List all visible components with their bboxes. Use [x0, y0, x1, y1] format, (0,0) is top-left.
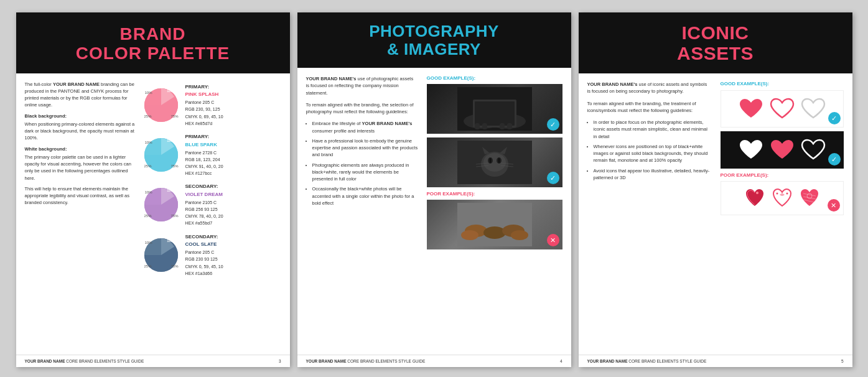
color-info-slate: SECONDARY: COOL SLATE Pantone 205 C RGB …: [185, 233, 223, 277]
page3-title: ICONIC ASSETS: [591, 22, 840, 63]
check-badge-dark: ✓: [828, 153, 841, 165]
icons-poor-box: ✕: [721, 181, 844, 215]
page-brand-color: BRAND COLOR PALETTE The full-color YOUR …: [16, 12, 290, 367]
page2-header: PHOTOGRAPHY & IMAGERY: [297, 12, 571, 68]
pie-label-75-blue: 75%: [170, 164, 178, 168]
check-icon-1: ✓: [547, 118, 559, 131]
page3-footer-text: YOUR BRAND NAME CORE BRAND ELEMENTS STYL…: [587, 359, 707, 363]
svg-point-30: [461, 230, 478, 240]
icons-good-box-wrap: ✓: [721, 90, 844, 128]
check-badge-icons-good: ✓: [828, 112, 841, 124]
pie-label-75-slate: 75%: [170, 264, 178, 268]
color-row-slate: 10% 25% 75% 100% SECONDARY: COOL SLATE P…: [143, 233, 281, 277]
page1-text: The full-color YOUR BRAND NAME branding …: [25, 81, 137, 277]
heart-light-icon: [801, 98, 826, 120]
svg-point-15: [483, 153, 506, 172]
color-row-blue: 10% 25% 75% 100% PRIMARY: BLUE SPARK Pan…: [143, 133, 281, 177]
pie-label-10-slate: 10%: [145, 241, 152, 244]
page3-content: YOUR BRAND NAME's use of iconic assets a…: [579, 73, 852, 223]
page2-footer: YOUR BRAND NAME CORE BRAND ELEMENTS STYL…: [297, 355, 571, 367]
page3-page-number: 5: [841, 359, 844, 363]
page1-content: The full-color YOUR BRAND NAME branding …: [16, 73, 290, 284]
svg-rect-10: [482, 123, 487, 129]
page3-right: GOOD EXAMPLE(S):: [721, 81, 844, 215]
photo-block-good2: ✓: [427, 137, 562, 187]
pie-pink: 10% 25% 75% 100%: [143, 87, 179, 123]
svg-point-19: [498, 158, 500, 163]
page1-colors: 10% 25% 75% 100% PRIMARY: PINK SPLASH Pa…: [143, 81, 281, 277]
color-row-violet: 10% 25% 75% 100% SECONDARY: VIOLET DREAM…: [143, 183, 281, 226]
icons-dark-box: [721, 131, 844, 169]
poor-examples-label: POOR EXAMPLE(S):: [427, 191, 562, 197]
ornate-heart-icon: [771, 187, 793, 210]
svg-point-33: [776, 192, 778, 194]
page1-title: BRAND COLOR PALETTE: [29, 25, 278, 63]
heart-white-icon: [739, 139, 763, 161]
x-badge-poor: ✕: [828, 199, 840, 212]
pie-label-10-violet: 10%: [145, 190, 152, 194]
page2-content: YOUR BRAND NAME's use of photographic as…: [297, 68, 571, 261]
color-row-pink: 10% 25% 75% 100% PRIMARY: PINK SPLASH Pa…: [143, 83, 281, 127]
heart-pink-icon: [739, 98, 763, 120]
svg-rect-12: [507, 123, 512, 129]
icons-good-label: GOOD EXAMPLE(S):: [721, 81, 844, 86]
pie-label-25-slate: 25%: [144, 264, 152, 268]
complex-heart-icon: [744, 187, 766, 210]
pie-label-25-blue: 25%: [144, 164, 152, 168]
pie-label-25-violet: 25%: [144, 214, 152, 218]
svg-rect-9: [475, 123, 480, 129]
color-info-blue: PRIMARY: BLUE SPARK Pantone 2728 C RGB 1…: [185, 133, 223, 177]
icons-poor-label: POOR EXAMPLE(S):: [721, 172, 844, 178]
page3-footer: YOUR BRAND NAME CORE BRAND ELEMENTS STYL…: [579, 355, 852, 367]
svg-rect-8: [475, 101, 515, 126]
patterned-heart-icon: [798, 187, 821, 210]
page2-right: GOOD EXAMPLE(S):: [427, 75, 562, 253]
icons-good-box: [721, 90, 844, 128]
color-info-pink: PRIMARY: PINK SPLASH Pantone 205 C RGB 2…: [185, 83, 223, 127]
pie-label-75: 75%: [170, 114, 178, 118]
page1-footer-text: YOUR BRAND NAME CORE BRAND ELEMENTS STYL…: [25, 359, 144, 363]
pages-container: BRAND COLOR PALETTE The full-color YOUR …: [16, 12, 852, 367]
heart-outline-icon: [770, 98, 795, 120]
heart-white-outline-icon: [801, 139, 826, 161]
page1-page-number: 3: [279, 359, 281, 363]
good-examples-label: GOOD EXAMPLE(S):: [427, 75, 562, 81]
pie-label-75-violet: 75%: [170, 214, 178, 218]
page2-title: PHOTOGRAPHY & IMAGERY: [310, 22, 559, 58]
pie-blue: 10% 25% 75% 100%: [143, 137, 179, 173]
svg-point-32: [756, 192, 758, 194]
page3-header: ICONIC ASSETS: [579, 12, 852, 73]
page1-header: BRAND COLOR PALETTE: [16, 12, 290, 73]
check-icon-2: ✓: [547, 172, 559, 184]
heart-pink-dark-icon: [770, 139, 795, 161]
page2-page-number: 4: [560, 359, 562, 363]
svg-point-31: [511, 230, 528, 240]
svg-rect-11: [500, 123, 505, 129]
color-info-violet: SECONDARY: VIOLET DREAM Pantone 2105 C R…: [185, 183, 223, 226]
icons-dark-box-wrap: ✓: [721, 131, 844, 169]
page3-left: YOUR BRAND NAME's use of iconic assets a…: [587, 81, 712, 215]
pie-slate: 10% 25% 75% 100%: [143, 237, 179, 273]
page-iconic: ICONIC ASSETS YOUR BRAND NAME's use of i…: [579, 12, 852, 367]
svg-point-34: [786, 192, 788, 194]
pie-label-10-blue: 10%: [145, 141, 152, 144]
photo-block-good1: ✓: [427, 84, 562, 134]
page2-footer-text: YOUR BRAND NAME CORE BRAND ELEMENTS STYL…: [306, 359, 426, 363]
photo-hands: [427, 84, 562, 134]
photo-block-poor: ✕: [427, 200, 562, 249]
photo-cat: [427, 137, 562, 187]
pie-label-25: 25%: [144, 114, 152, 118]
svg-point-28: [483, 226, 506, 239]
page2-left: YOUR BRAND NAME's use of photographic as…: [306, 75, 418, 253]
pie-violet: 10% 25% 75% 100%: [143, 187, 179, 223]
photo-busy: [427, 200, 562, 249]
svg-point-18: [489, 158, 491, 163]
page1-footer: YOUR BRAND NAME CORE BRAND ELEMENTS STYL…: [16, 355, 290, 367]
page-photography: PHOTOGRAPHY & IMAGERY YOUR BRAND NAME's …: [297, 12, 571, 367]
x-icon-1: ✕: [547, 234, 559, 246]
pie-label-10: 10%: [145, 91, 152, 95]
